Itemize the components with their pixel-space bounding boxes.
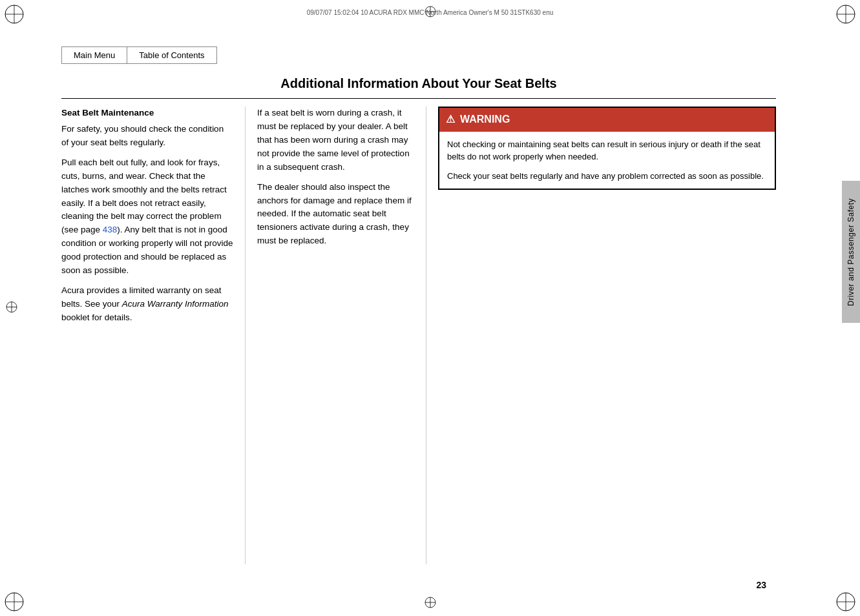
warning-para-1: Not checking or maintaining seat belts c…	[447, 138, 767, 163]
nav-buttons: Main Menu Table of Contents	[61, 46, 217, 64]
content-area: Seat Belt Maintenance For safety, you sh…	[61, 107, 776, 564]
side-tab-text: Driver and Passenger Safety	[846, 198, 855, 306]
corner-mark-bl	[3, 590, 26, 613]
warning-body: Not checking or maintaining seat belts c…	[439, 132, 775, 189]
italic-text: Acura Warranty Information	[122, 299, 229, 309]
page-link[interactable]: 438	[103, 225, 118, 234]
page-title: Additional Information About Your Seat B…	[61, 76, 776, 91]
warning-icon: ⚠	[446, 112, 455, 128]
corner-mark-tr	[834, 3, 857, 26]
middle-para-1: If a seat belt is worn during a crash, i…	[257, 107, 414, 174]
corner-mark-tl	[3, 3, 26, 26]
table-of-contents-button[interactable]: Table of Contents	[127, 46, 216, 64]
warning-para-2: Check your seat belts regularly and have…	[447, 170, 767, 183]
meta-line: 09/07/07 15:02:04 10 ACURA RDX MMC North…	[65, 9, 795, 16]
warning-title: WARNING	[460, 112, 510, 128]
crop-mark-bottom	[424, 596, 437, 611]
right-column: ⚠ WARNING Not checking or maintaining se…	[426, 107, 776, 564]
main-menu-button[interactable]: Main Menu	[61, 46, 127, 64]
section-title: Seat Belt Maintenance	[61, 107, 233, 120]
warning-box: ⚠ WARNING Not checking or maintaining se…	[438, 107, 776, 190]
left-para-1: For safety, you should check the conditi…	[61, 123, 233, 150]
crop-mark-left	[5, 301, 18, 316]
side-tab: Driver and Passenger Safety	[842, 181, 860, 323]
left-para-3: Acura provides a limited warranty on sea…	[61, 284, 233, 325]
left-para-2: Pull each belt out fully, and look for f…	[61, 156, 233, 278]
middle-para-2: The dealer should also inspect the ancho…	[257, 181, 414, 249]
page-number: 23	[756, 580, 766, 590]
middle-column: If a seat belt is worn during a crash, i…	[246, 107, 426, 564]
left-column: Seat Belt Maintenance For safety, you sh…	[61, 107, 246, 564]
title-rule	[61, 98, 776, 99]
corner-mark-br	[834, 590, 857, 613]
warning-header: ⚠ WARNING	[439, 108, 775, 132]
